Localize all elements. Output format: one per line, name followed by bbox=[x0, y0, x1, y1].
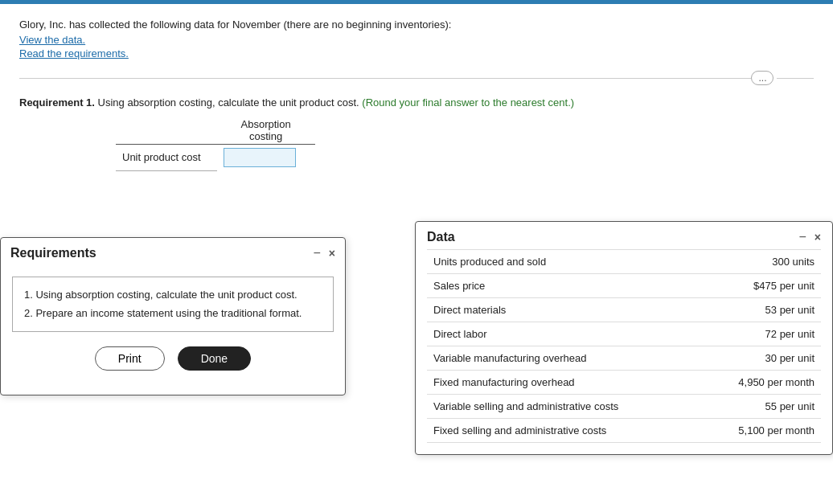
data-row-label: Direct labor bbox=[427, 322, 699, 346]
requirements-minimize-button[interactable]: − bbox=[313, 247, 320, 260]
intro-text: Glory, Inc. has collected the following … bbox=[19, 18, 814, 31]
requirements-modal-body: 1. Using absorption costing, calculate t… bbox=[1, 265, 345, 395]
requirement-item-1: 1. Using absorption costing, calculate t… bbox=[24, 285, 322, 304]
print-button[interactable]: Print bbox=[95, 346, 165, 371]
data-table-row: Variable manufacturing overhead30 per un… bbox=[427, 346, 821, 371]
requirements-modal-titlebar: Requirements − × bbox=[1, 238, 345, 265]
data-table-row: Fixed manufacturing overhead4,950 per mo… bbox=[427, 371, 821, 395]
requirement-body-text: Using absorption costing, calculate the … bbox=[98, 96, 359, 109]
data-modal-titlebar: Data − × bbox=[416, 222, 832, 249]
unit-product-cost-input[interactable] bbox=[224, 148, 296, 167]
data-row-value: 53 per unit bbox=[699, 298, 821, 322]
data-modal: Data − × Units produced and sold300 unit… bbox=[415, 221, 833, 455]
data-table: Units produced and sold300 unitsSales pr… bbox=[427, 249, 821, 443]
unit-product-cost-label: Unit product cost bbox=[116, 145, 217, 171]
data-modal-title: Data bbox=[427, 230, 455, 244]
data-close-button[interactable]: × bbox=[815, 231, 821, 244]
data-row-value: 300 units bbox=[699, 250, 821, 274]
requirements-modal-footer: Print Done bbox=[12, 346, 334, 382]
data-modal-body: Units produced and sold300 unitsSales pr… bbox=[416, 249, 832, 454]
data-table-row: Direct labor72 per unit bbox=[427, 322, 821, 346]
requirements-close-button[interactable]: × bbox=[329, 247, 335, 260]
requirements-list: 1. Using absorption costing, calculate t… bbox=[12, 277, 334, 332]
data-modal-controls: − × bbox=[798, 231, 821, 244]
data-minimize-button[interactable]: − bbox=[798, 231, 806, 244]
requirement-title: Requirement 1. Using absorption costing,… bbox=[19, 96, 814, 109]
requirements-modal-controls: − × bbox=[313, 247, 335, 260]
ellipsis-button[interactable]: ... bbox=[751, 71, 774, 85]
data-row-value: 55 per unit bbox=[699, 395, 821, 419]
view-data-link[interactable]: View the data. bbox=[19, 34, 814, 46]
data-row-value: $475 per unit bbox=[699, 274, 821, 298]
data-table-row: Fixed selling and administrative costs5,… bbox=[427, 419, 821, 443]
data-row-label: Sales price bbox=[427, 274, 699, 298]
absorption-costing-table: Absorption costing Unit product cost bbox=[116, 117, 315, 171]
data-row-value: 5,100 per month bbox=[699, 419, 821, 443]
divider-line-right bbox=[777, 78, 814, 79]
requirement-item-2: 2. Prepare an income statement using the… bbox=[24, 304, 322, 322]
divider-line bbox=[19, 78, 751, 79]
requirements-modal-title: Requirements bbox=[10, 246, 96, 260]
data-table-row: Sales price$475 per unit bbox=[427, 274, 821, 298]
divider-row: ... bbox=[19, 71, 814, 85]
main-content: Glory, Inc. has collected the following … bbox=[0, 4, 833, 171]
requirement-section: Requirement 1. Using absorption costing,… bbox=[19, 96, 814, 171]
requirement-note: (Round your final answer to the nearest … bbox=[362, 96, 574, 109]
requirements-modal: Requirements − × 1. Using absorption cos… bbox=[0, 237, 346, 395]
data-row-label: Variable manufacturing overhead bbox=[427, 346, 699, 371]
read-requirements-link[interactable]: Read the requirements. bbox=[19, 47, 814, 59]
data-row-label: Variable selling and administrative cost… bbox=[427, 395, 699, 419]
data-row-value: 30 per unit bbox=[699, 346, 821, 371]
data-row-label: Fixed manufacturing overhead bbox=[427, 371, 699, 395]
unit-product-cost-cell bbox=[217, 145, 315, 171]
col-label-header bbox=[116, 117, 217, 145]
data-table-row: Direct materials53 per unit bbox=[427, 298, 821, 322]
data-row-value: 4,950 per month bbox=[699, 371, 821, 395]
requirement-number: Requirement 1. bbox=[19, 96, 95, 109]
data-table-row: Units produced and sold300 units bbox=[427, 250, 821, 274]
data-row-label: Fixed selling and administrative costs bbox=[427, 419, 699, 443]
data-row-label: Direct materials bbox=[427, 298, 699, 322]
absorption-costing-header: Absorption costing bbox=[217, 117, 315, 145]
data-row-label: Units produced and sold bbox=[427, 250, 699, 274]
data-table-row: Variable selling and administrative cost… bbox=[427, 395, 821, 419]
done-button[interactable]: Done bbox=[178, 346, 251, 371]
data-row-value: 72 per unit bbox=[699, 322, 821, 346]
